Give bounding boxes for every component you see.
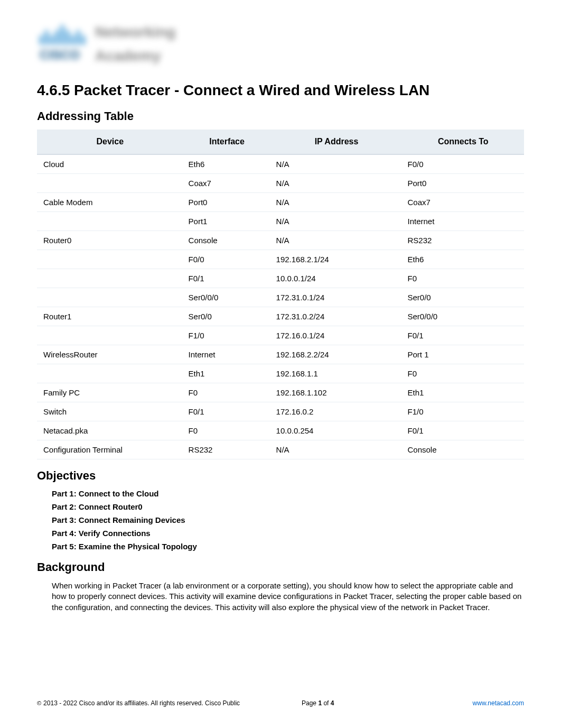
- table-row: Router1Ser0/0172.31.0.2/24Ser0/0/0: [37, 307, 524, 326]
- table-row: Coax7N/APort0: [37, 174, 524, 193]
- col-device: Device: [37, 130, 183, 154]
- page-footer: © 2013 - 2022 Cisco and/or its affiliate…: [37, 699, 524, 707]
- table-header-row: Device Interface IP Address Connects To: [37, 130, 524, 154]
- addressing-table-heading: Addressing Table: [37, 109, 524, 123]
- table-row: Family PCF0192.168.1.102Eth1: [37, 383, 524, 402]
- objective-item: Part 1: Connect to the Cloud: [52, 489, 524, 498]
- table-row: F1/0172.16.0.1/24F0/1: [37, 326, 524, 345]
- footer-copyright: © 2013 - 2022 Cisco and/or its affiliate…: [37, 699, 240, 707]
- brand-logo: Networking CISCO Academy: [37, 21, 185, 69]
- objective-item: Part 4: Verify Connections: [52, 529, 524, 538]
- footer-link[interactable]: www.netacad.com: [473, 699, 524, 707]
- table-row: F0/110.0.0.1/24F0: [37, 269, 524, 288]
- copyright-text: 2013 - 2022 Cisco and/or its affiliates.…: [43, 699, 240, 707]
- footer-page-indicator: Page 1 of 4: [302, 699, 334, 707]
- col-connects: Connects To: [402, 130, 524, 154]
- logo-text-networking: Networking: [95, 24, 175, 41]
- table-row: Eth1192.168.1.1F0: [37, 364, 524, 383]
- table-row: Ser0/0/0172.31.0.1/24Ser0/0: [37, 288, 524, 307]
- table-row: F0/0192.168.2.1/24Eth6: [37, 250, 524, 269]
- col-interface: Interface: [183, 130, 271, 154]
- objective-item: Part 5: Examine the Physical Topology: [52, 542, 524, 551]
- table-row: Netacad.pkaF010.0.0.254F0/1: [37, 421, 524, 440]
- objectives-heading: Objectives: [37, 469, 524, 483]
- table-row: Router0ConsoleN/ARS232: [37, 231, 524, 250]
- objectives-list: Part 1: Connect to the Cloud Part 2: Con…: [37, 489, 524, 551]
- background-heading: Background: [37, 560, 524, 574]
- addressing-table: Device Interface IP Address Connects To …: [37, 130, 524, 459]
- logo-bars-icon: [40, 24, 85, 45]
- logo-text-academy: Academy: [95, 48, 161, 64]
- objective-item: Part 2: Connect Router0: [52, 502, 524, 511]
- copyright-icon: ©: [37, 700, 41, 706]
- table-row: Port1N/AInternet: [37, 212, 524, 231]
- col-ip: IP Address: [271, 130, 403, 154]
- table-row: SwitchF0/1172.16.0.2F1/0: [37, 402, 524, 421]
- table-row: Cable ModemPort0N/ACoax7: [37, 193, 524, 212]
- table-row: WirelessRouterInternet192.168.2.2/24Port…: [37, 345, 524, 364]
- table-row: Configuration TerminalRS232N/AConsole: [37, 440, 524, 459]
- logo-text-cisco: CISCO: [40, 48, 80, 62]
- objective-item: Part 3: Connect Remaining Devices: [52, 515, 524, 524]
- background-paragraph: When working in Packet Tracer (a lab env…: [37, 580, 524, 613]
- table-row: CloudEth6N/AF0/0: [37, 154, 524, 174]
- page-title: 4.6.5 Packet Tracer - Connect a Wired an…: [37, 82, 524, 99]
